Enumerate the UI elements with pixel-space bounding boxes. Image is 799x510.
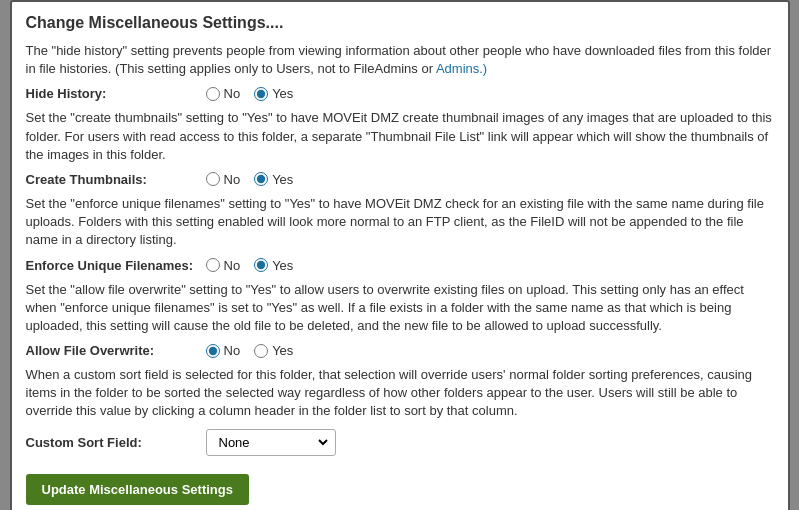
allow-overwrite-no-label: No — [224, 343, 241, 358]
allow-overwrite-no-option[interactable]: No — [206, 343, 241, 358]
custom-sort-label: Custom Sort Field: — [26, 435, 206, 450]
create-thumbnails-no-option[interactable]: No — [206, 172, 241, 187]
hide-history-yes-radio[interactable] — [254, 87, 268, 101]
hide-history-yes-option[interactable]: Yes — [254, 86, 293, 101]
create-thumbnails-no-radio[interactable] — [206, 172, 220, 186]
create-thumbnails-yes-radio[interactable] — [254, 172, 268, 186]
allow-overwrite-section: Set the "allow file overwrite" setting t… — [26, 281, 774, 359]
hide-history-no-radio[interactable] — [206, 87, 220, 101]
custom-sort-section: When a custom sort field is selected for… — [26, 366, 774, 456]
enforce-unique-row: Enforce Unique Filenames: No Yes — [26, 258, 774, 273]
allow-overwrite-yes-option[interactable]: Yes — [254, 343, 293, 358]
create-thumbnails-section: Set the "create thumbnails" setting to "… — [26, 109, 774, 187]
allow-overwrite-yes-label: Yes — [272, 343, 293, 358]
hide-history-row: Hide History: No Yes — [26, 86, 774, 101]
hide-history-radio-group: No Yes — [206, 86, 294, 101]
hide-history-yes-label: Yes — [272, 86, 293, 101]
custom-sort-select-wrapper: None Name Date Size — [206, 429, 336, 456]
update-button[interactable]: Update Miscellaneous Settings — [26, 474, 249, 505]
create-thumbnails-description: Set the "create thumbnails" setting to "… — [26, 109, 774, 164]
custom-sort-description: When a custom sort field is selected for… — [26, 366, 774, 421]
enforce-unique-yes-radio[interactable] — [254, 258, 268, 272]
admins-link[interactable]: Admins.) — [436, 61, 487, 76]
enforce-unique-label: Enforce Unique Filenames: — [26, 258, 206, 273]
enforce-unique-no-option[interactable]: No — [206, 258, 241, 273]
create-thumbnails-radio-group: No Yes — [206, 172, 294, 187]
enforce-unique-no-label: No — [224, 258, 241, 273]
create-thumbnails-no-label: No — [224, 172, 241, 187]
allow-overwrite-row: Allow File Overwrite: No Yes — [26, 343, 774, 358]
create-thumbnails-yes-option[interactable]: Yes — [254, 172, 293, 187]
page-title: Change Miscellaneous Settings.... — [26, 14, 774, 32]
enforce-unique-radio-group: No Yes — [206, 258, 294, 273]
hide-history-no-option[interactable]: No — [206, 86, 241, 101]
create-thumbnails-row: Create Thumbnails: No Yes — [26, 172, 774, 187]
custom-sort-select[interactable]: None Name Date Size — [211, 432, 331, 453]
main-window: Change Miscellaneous Settings.... The "h… — [10, 0, 790, 510]
allow-overwrite-radio-group: No Yes — [206, 343, 294, 358]
create-thumbnails-label: Create Thumbnails: — [26, 172, 206, 187]
custom-sort-row: Custom Sort Field: None Name Date Size — [26, 429, 774, 456]
allow-overwrite-description: Set the "allow file overwrite" setting t… — [26, 281, 774, 336]
allow-overwrite-yes-radio[interactable] — [254, 344, 268, 358]
hide-history-description: The "hide history" setting prevents peop… — [26, 42, 774, 78]
allow-overwrite-no-radio[interactable] — [206, 344, 220, 358]
enforce-unique-yes-option[interactable]: Yes — [254, 258, 293, 273]
enforce-unique-section: Set the "enforce unique filenames" setti… — [26, 195, 774, 273]
create-thumbnails-yes-label: Yes — [272, 172, 293, 187]
enforce-unique-no-radio[interactable] — [206, 258, 220, 272]
hide-history-no-label: No — [224, 86, 241, 101]
hide-history-label: Hide History: — [26, 86, 206, 101]
enforce-unique-yes-label: Yes — [272, 258, 293, 273]
hide-history-section: The "hide history" setting prevents peop… — [26, 42, 774, 101]
allow-overwrite-label: Allow File Overwrite: — [26, 343, 206, 358]
enforce-unique-description: Set the "enforce unique filenames" setti… — [26, 195, 774, 250]
